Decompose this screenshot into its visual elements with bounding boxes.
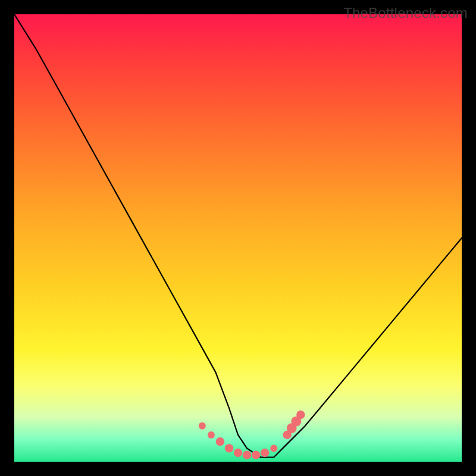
bottleneck-curve-path (14, 14, 462, 458)
watermark-text: TheBottleneck.com (343, 5, 468, 21)
highlight-marker (252, 451, 260, 459)
highlight-marker (243, 451, 251, 459)
highlight-marker (291, 416, 301, 427)
highlight-marker (296, 411, 305, 419)
highlight-marker (261, 449, 269, 457)
highlight-marker (287, 423, 297, 433)
highlight-marker (270, 444, 277, 452)
chart-plot-area (14, 14, 462, 462)
highlight-marker (234, 449, 242, 457)
highlight-marker (208, 431, 215, 439)
highlight-marker (283, 431, 292, 439)
marker-group (199, 411, 305, 459)
highlight-marker (199, 422, 206, 430)
bottleneck-curve-svg (14, 14, 462, 462)
highlight-marker (216, 437, 224, 446)
highlight-marker (225, 444, 233, 452)
